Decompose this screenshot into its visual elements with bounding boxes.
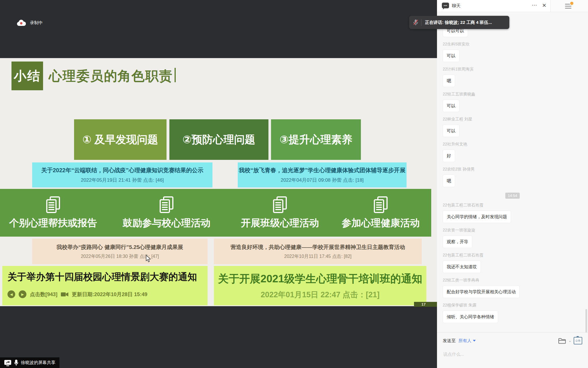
- chat-message-bubble: 观察，开导: [443, 235, 472, 248]
- chat-sender-name: 22植保学硕班 朱露: [443, 303, 588, 308]
- chat-message-bubble: 好: [443, 150, 455, 162]
- chat-message: 22林业工程 刘星 可以: [443, 117, 588, 137]
- chat-more-button[interactable]: ⋯: [532, 2, 537, 8]
- chat-message-bubble: 倾听、关心同学各种情绪: [443, 310, 498, 323]
- dropdown-arrow-icon: [473, 340, 476, 342]
- chat-sender-name: 22农经2班 孙倩男: [443, 167, 588, 172]
- slide-step-2: ②预防心理问题: [169, 119, 268, 160]
- notice-meta: 2022年05月19日 21:41 孙蕾 点击: [46]: [81, 177, 164, 183]
- notice-title: 营造良好环境，共助心理健康——学校开展世界精神卫生日主题教育活动: [231, 244, 405, 251]
- share-label-text: 徐晓波的屏幕共享: [21, 360, 55, 365]
- notice-meta: 2022年04月07日 09:08 孙蕾 点击: [18]: [281, 177, 363, 183]
- send-to-label: 发送至: [443, 338, 456, 344]
- chat-message-bubble: 可以: [443, 124, 459, 137]
- band-item-4: 参加心理健康活动: [330, 189, 431, 237]
- notice-meta: 2022年01月15日 22:47 点击：[21]: [261, 290, 380, 300]
- prev-button: ◀: [7, 290, 15, 298]
- chat-panel: ⋯ 聊天 ⋯ ✕ 可以可以 22生科5班安欣 可以 22计科1班周海滨 嗯 22…: [437, 0, 588, 368]
- notice-yellow-right: 关于开展2021级学生心理骨干培训班的通知 2022年01月15日 22:47 …: [214, 266, 426, 305]
- chat-message: 22生科5班安欣 可以: [443, 42, 588, 62]
- chat-message: 22轻工类一班李冉冉 配合好学校与学院开展相关心理活动: [443, 278, 588, 298]
- active-speaker-text: 正在讲话: 徐晓波; 22 工商 4 班伍...: [425, 20, 492, 25]
- cloud-record-icon: [17, 20, 26, 26]
- notice-cyan-left: 关于2022年“云端联结，同心战疫”心理健康知识竞赛结果的公示 2022年05月…: [32, 162, 212, 187]
- chat-header: ⋯ 聊天 ⋯ ✕: [437, 0, 588, 12]
- chat-sender-name: 22包装工程二班石肖霞: [443, 203, 588, 208]
- documents-icon: [373, 196, 389, 214]
- active-speaker-toast: 正在讲话: 徐晓波; 22 工商 4 班伍...: [409, 16, 509, 29]
- chat-message: 22农经2班 孙倩男 嗯: [443, 167, 588, 187]
- recording-indicator: 录制中: [17, 20, 43, 26]
- chat-message-bubble: 嗯: [443, 74, 455, 87]
- slide-step-3: ③提升心理素养: [271, 119, 361, 160]
- notice-yellow-left: 关于举办第十四届校园心理情景剧大赛的通知 ◀ ▶ 点击数[943] 更新日期:2…: [2, 266, 208, 305]
- notice-title: 关于2022年“云端联结，同心战疫”心理健康知识竞赛结果的公示: [41, 166, 204, 174]
- chat-sender-name: 22轻工类一班李冉冉: [443, 278, 588, 283]
- chat-sender-name: 22农资一班张旋旋: [443, 228, 588, 233]
- chat-message-bubble: 可以: [443, 99, 459, 112]
- notice-title: 关于开展2021级学生心理骨干培训班的通知: [218, 272, 422, 286]
- documents-icon: [45, 196, 61, 214]
- notice-meta: 2022年10月11日 17:45 点击: [82]: [284, 254, 352, 260]
- chat-sender-name: 22计科1班周海滨: [443, 67, 588, 72]
- mouse-cursor: [145, 255, 151, 263]
- chat-message-bubble: 配合好学校与学院开展相关心理活动: [443, 285, 520, 298]
- announcement-icon[interactable]: 公告: [574, 337, 582, 344]
- slide-tag-label: 小结: [14, 68, 41, 85]
- notice-title: 关于举办第十四届校园心理情景剧大赛的通知: [7, 271, 208, 283]
- band-item-3: 开展班级心理活动: [230, 189, 330, 237]
- chevron-down-icon[interactable]: ⌄: [568, 339, 571, 343]
- slide-step-1: ① 及早发现问题: [74, 119, 167, 160]
- chat-timestamp: 14:54: [443, 193, 582, 198]
- screen-share-icon: [4, 359, 11, 366]
- next-button: ▶: [19, 290, 26, 298]
- camera-icon: [61, 292, 68, 297]
- slide-tag-box: 小结: [11, 62, 43, 90]
- chat-message: 22包装工程二班石肖霞 关心同学的情绪，及时发现问题: [443, 203, 588, 223]
- chat-message-bubble: 关心同学的情绪，及时发现问题: [443, 210, 511, 223]
- notice-title: 我校“放飞青春，追光逐梦”学生心理健康体验式团体辅导逐步开展: [239, 166, 405, 174]
- chat-compose-area: 发送至 所有人 ⌄ 公告: [437, 332, 588, 368]
- notification-dot: [570, 1, 574, 5]
- slide-green-band: 个别心理帮扶或报告 鼓励参与校心理活动 开展班级心理活动: [0, 189, 431, 237]
- toast-divider: [421, 19, 421, 26]
- chat-close-button[interactable]: ✕: [542, 2, 546, 9]
- chat-bubble-icon: ⋯: [442, 3, 449, 8]
- screen-share-label: 徐晓波的屏幕共享: [0, 357, 59, 368]
- chat-message: 22植保学硕班 朱露 倾听、关心同学各种情绪: [443, 303, 588, 323]
- updated-date: 更新日期:2022年10月28日 15:49: [72, 291, 147, 298]
- chat-sender-name: 22社升何文艳: [443, 142, 588, 147]
- notice-title: 我校举办“疫路同心 健康同行”5.25心理健康月成果展: [57, 244, 183, 251]
- muted-microphone-icon: [413, 19, 418, 26]
- shared-screen-video: 小结 心理委员的角色职责 ① 及早发现问题 ②预防心理问题 ③提升心理素养 关于…: [0, 0, 437, 368]
- text-caret: [175, 68, 176, 82]
- chat-message: 22包装工程二班石肖霞 我还不太知道哎: [443, 253, 588, 273]
- meeting-window: 小结 心理委员的角色职责 ① 及早发现问题 ②预防心理问题 ③提升心理素养 关于…: [0, 0, 588, 368]
- chat-message: 22计科1班周海滨 嗯: [443, 67, 588, 87]
- chat-input[interactable]: [443, 351, 583, 357]
- chat-sender-name: 22林业工程 刘星: [443, 117, 588, 122]
- chat-title: 聊天: [452, 3, 461, 9]
- audience-selector[interactable]: 所有人: [459, 338, 476, 344]
- notice-tan-right: 营造良好环境，共助心理健康——学校开展世界精神卫生日主题教育活动 2022年10…: [214, 239, 422, 264]
- chat-sender-name: 22轻工五班窦晓鑫: [443, 92, 588, 97]
- folder-icon[interactable]: [558, 338, 566, 344]
- notice-cyan-right: 我校“放飞青春，追光逐梦”学生心理健康体验式团体辅导逐步开展 2022年04月0…: [238, 162, 407, 187]
- notice-controls: ◀ ▶ 点击数[943] 更新日期:2022年10月28日 15:49: [7, 290, 208, 298]
- slide-title: 心理委员的角色职责: [49, 67, 176, 85]
- presentation-slide: 小结 心理委员的角色职责 ① 及早发现问题 ②预防心理问题 ③提升心理素养 关于…: [0, 58, 437, 306]
- chat-message-bubble: 我还不太知道哎: [443, 260, 481, 273]
- chat-sender-name: 22包装工程二班石肖霞: [443, 253, 588, 258]
- documents-icon: [272, 196, 288, 214]
- notice-tan-left: 我校举办“疫路同心 健康同行”5.25心理健康月成果展 2022年05月26日 …: [32, 239, 208, 264]
- band-item-2: 鼓励参与校心理活动: [113, 189, 220, 237]
- chat-sender-name: 22生科5班安欣: [443, 42, 588, 47]
- chat-message: 22农资一班张旋旋 观察，开导: [443, 228, 588, 248]
- chat-message: 22社升何文艳 好: [443, 142, 588, 162]
- chat-message-list[interactable]: 可以可以 22生科5班安欣 可以 22计科1班周海滨 嗯 22轻工五班窦晓鑫 可…: [437, 12, 588, 332]
- chat-message-bubble: 可以: [443, 49, 459, 62]
- panel-menu-strip: [551, 0, 588, 12]
- recording-label: 录制中: [30, 20, 43, 26]
- documents-icon: [158, 196, 175, 214]
- clicks-count: 点击数[943]: [30, 291, 57, 298]
